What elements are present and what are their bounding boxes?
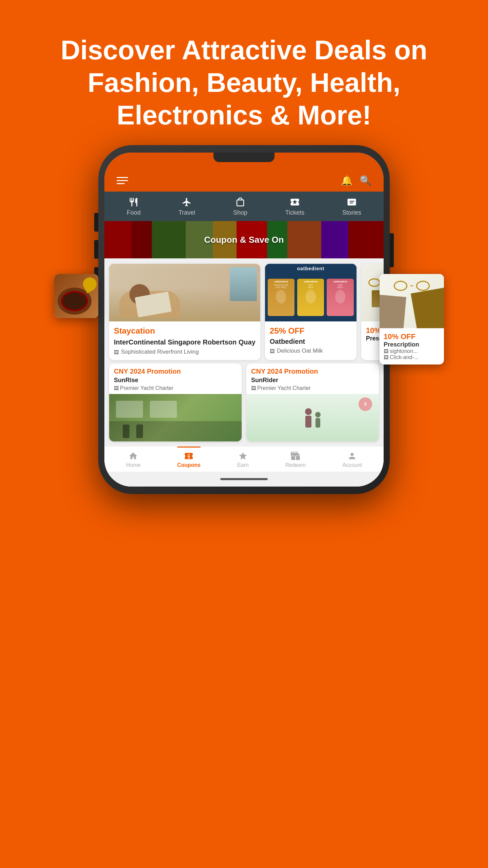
nav-earn-label: Earn [237, 462, 249, 468]
nav-home[interactable]: Home [126, 451, 141, 468]
deal-cards-row1: Staycation InterContinental Singapore Ro… [104, 258, 384, 363]
phone-screen: 🔔 🔍 Food Travel [104, 153, 384, 487]
phone-wrapper: 10% OFF Prescription 🖼 sightonon... 🖼 Cl… [98, 145, 390, 494]
nav-stories-label: Stories [342, 209, 361, 216]
bottom-nav: Home Coupons Earn [104, 446, 384, 472]
sunrider-desc: 🖼 Premier Yacht Charter [251, 385, 374, 391]
nav-earn[interactable]: Earn [237, 451, 249, 468]
deal-card-staycation[interactable]: Staycation InterContinental Singapore Ro… [109, 264, 260, 360]
sunrider-subtitle: SunRider [251, 377, 374, 384]
sunrise-desc: 🖼 Premier Yacht Charter [114, 385, 237, 391]
nav-shop[interactable]: Shop [233, 197, 247, 216]
bell-icon[interactable]: 🔔 [341, 175, 353, 186]
nav-food-label: Food [127, 209, 141, 216]
nav-travel-label: Travel [179, 209, 195, 216]
sunrider-title: CNY 2024 Promotion [251, 368, 374, 375]
floating-right-brand: 🖼 sightonon... [384, 348, 440, 354]
category-nav: Food Travel Shop [104, 192, 384, 221]
staycation-desc: 🖼 Sophisticated Riverfront Living [114, 349, 256, 355]
hero-title: Discover Attractive Deals on Fashion, Be… [58, 34, 430, 132]
nav-shop-label: Shop [233, 209, 247, 216]
header-right-icons: 🔔 🔍 [341, 175, 371, 186]
deal-cards-row2: CNY 2024 Promotion SunRise 🖼 Premier Yac… [104, 363, 384, 446]
deal-card-sunrider[interactable]: CNY 2024 Promotion SunRider 🖼 Premier Ya… [246, 363, 379, 441]
nav-home-label: Home [126, 462, 141, 468]
nav-stories[interactable]: Stories [342, 197, 361, 216]
nav-account-label: Account [342, 462, 362, 468]
oatbedient-title: 25% OFF [270, 326, 352, 336]
nav-coupons[interactable]: Coupons [177, 451, 201, 468]
nav-travel[interactable]: Travel [179, 197, 195, 216]
floating-right-title: 10% OFF [384, 332, 440, 341]
sunrise-title: CNY 2024 Promotion [114, 368, 237, 375]
app-header: 🔔 🔍 [104, 170, 384, 192]
deal-card-sunrise[interactable]: CNY 2024 Promotion SunRise 🖼 Premier Yac… [109, 363, 242, 441]
status-bar [104, 153, 384, 170]
sunrise-subtitle: SunRise [114, 377, 237, 384]
floating-card-right: 10% OFF Prescription 🖼 sightonon... 🖼 Cl… [380, 274, 444, 364]
staycation-title: Staycation [114, 326, 256, 336]
nav-tickets[interactable]: Tickets [285, 197, 304, 216]
search-icon[interactable]: 🔍 [360, 175, 371, 186]
phone-shell: 🔔 🔍 Food Travel [98, 145, 390, 494]
coupon-banner: Coupon & Save On [104, 221, 384, 258]
deal-card-oatbedient[interactable]: oatbedient oatbedient CHOCOLATE OAT MILK [265, 264, 357, 360]
nav-redeem[interactable]: Redeem [285, 451, 306, 468]
hamburger-icon[interactable] [117, 177, 128, 184]
hero-section: Discover Attractive Deals on Fashion, Be… [0, 0, 488, 145]
floating-card-left [54, 274, 98, 318]
nav-redeem-label: Redeem [285, 462, 306, 468]
oatbedient-subtitle: Oatbedient [270, 338, 352, 346]
nav-food[interactable]: Food [127, 197, 141, 216]
nav-tickets-label: Tickets [285, 209, 304, 216]
nav-coupons-label: Coupons [177, 462, 201, 468]
nav-account[interactable]: Account [342, 451, 362, 468]
oatbedient-desc: 🖼 Delicious Oat Milk [270, 348, 352, 354]
coupon-banner-text: Coupon & Save On [204, 235, 284, 245]
floating-right-subtitle: Prescription [384, 341, 440, 348]
staycation-subtitle: InterContinental Singapore Robertson Qua… [114, 338, 256, 347]
home-indicator [104, 472, 384, 487]
floating-right-extra: 🖼 Click-and-... [384, 354, 440, 360]
